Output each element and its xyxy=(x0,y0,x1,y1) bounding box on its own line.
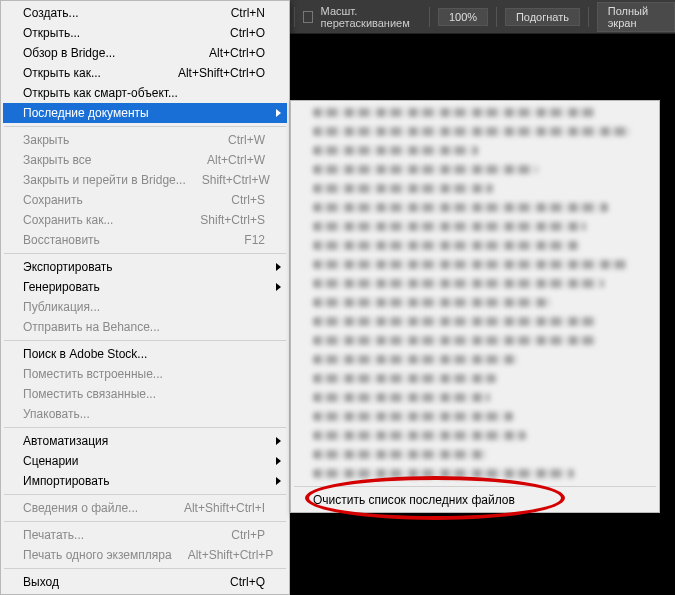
menu-item-label: Сценарии xyxy=(23,454,78,468)
menu-item-label: Поместить встроенные... xyxy=(23,367,163,381)
menu-item-label: Восстановить xyxy=(23,233,100,247)
zoom-field[interactable]: 100% xyxy=(438,8,488,26)
recent-file-item[interactable] xyxy=(293,217,657,236)
menu-item-label: Упаковать... xyxy=(23,407,90,421)
menu-item[interactable]: Открыть как смарт-объект... xyxy=(3,83,287,103)
recent-file-item[interactable] xyxy=(293,255,657,274)
menu-item[interactable]: Последние документы xyxy=(3,103,287,123)
menu-item[interactable]: Обзор в Bridge...Alt+Ctrl+O xyxy=(3,43,287,63)
menu-separator xyxy=(4,521,286,522)
menu-item-shortcut: Ctrl+W xyxy=(212,133,265,147)
menu-item[interactable]: Сценарии xyxy=(3,451,287,471)
menu-item-label: Открыть как смарт-объект... xyxy=(23,86,178,100)
menu-item[interactable]: Открыть как...Alt+Shift+Ctrl+O xyxy=(3,63,287,83)
recent-file-item[interactable] xyxy=(293,160,657,179)
menu-item-shortcut: Alt+Shift+Ctrl+P xyxy=(172,548,274,562)
recent-file-item[interactable] xyxy=(293,350,657,369)
menu-item-label: Печатать... xyxy=(23,528,84,542)
menu-item-shortcut: Ctrl+S xyxy=(215,193,265,207)
menu-item[interactable]: Автоматизация xyxy=(3,431,287,451)
menu-item-label: Открыть как... xyxy=(23,66,101,80)
menu-item: Печатать...Ctrl+P xyxy=(3,525,287,545)
clear-recent-files[interactable]: Очистить список последних файлов xyxy=(293,490,657,510)
menu-item: Поместить связанные... xyxy=(3,384,287,404)
recent-file-item[interactable] xyxy=(293,464,657,483)
menu-item-shortcut: Shift+Ctrl+S xyxy=(184,213,265,227)
recent-file-item[interactable] xyxy=(293,274,657,293)
menu-item-label: Сведения о файле... xyxy=(23,501,138,515)
file-menu[interactable]: Создать...Ctrl+NОткрыть...Ctrl+OОбзор в … xyxy=(0,0,290,595)
submenu-arrow-icon xyxy=(276,109,281,117)
menu-separator xyxy=(4,427,286,428)
menu-item-label: Сохранить xyxy=(23,193,83,207)
menu-item-shortcut: Ctrl+O xyxy=(214,26,265,40)
menu-item-label: Выход xyxy=(23,575,59,589)
recent-file-item[interactable] xyxy=(293,103,657,122)
menu-item: Упаковать... xyxy=(3,404,287,424)
toolbar-separator xyxy=(429,7,430,27)
clear-recent-files-label: Очистить список последних файлов xyxy=(313,493,515,507)
menu-item-shortcut: Alt+Ctrl+W xyxy=(191,153,265,167)
menu-item: ВосстановитьF12 xyxy=(3,230,287,250)
menu-item-label: Экспортировать xyxy=(23,260,113,274)
menu-item[interactable]: Создать...Ctrl+N xyxy=(3,3,287,23)
recent-file-item[interactable] xyxy=(293,369,657,388)
menu-item-label: Создать... xyxy=(23,6,79,20)
menu-item-label: Поместить связанные... xyxy=(23,387,156,401)
submenu-arrow-icon xyxy=(276,477,281,485)
menu-separator xyxy=(294,486,656,487)
drag-scale-label: Масшт. перетаскиванием xyxy=(321,5,422,29)
menu-item-shortcut: Ctrl+P xyxy=(215,528,265,542)
menu-item[interactable]: Генерировать xyxy=(3,277,287,297)
recent-file-item[interactable] xyxy=(293,179,657,198)
recent-file-item[interactable] xyxy=(293,141,657,160)
fit-button[interactable]: Подогнать xyxy=(505,8,580,26)
menu-item[interactable]: Импортировать xyxy=(3,471,287,491)
toolbar-separator xyxy=(496,7,497,27)
recent-file-item[interactable] xyxy=(293,312,657,331)
menu-item[interactable]: ВыходCtrl+Q xyxy=(3,572,287,592)
menu-item-label: Обзор в Bridge... xyxy=(23,46,115,60)
menu-item-label: Сохранить как... xyxy=(23,213,113,227)
menu-item-label: Отправить на Behance... xyxy=(23,320,160,334)
menu-item-shortcut: Alt+Shift+Ctrl+O xyxy=(162,66,265,80)
menu-separator xyxy=(4,340,286,341)
menu-item-shortcut: Shift+Ctrl+W xyxy=(186,173,270,187)
menu-item-label: Генерировать xyxy=(23,280,100,294)
menu-item[interactable]: Поиск в Adobe Stock... xyxy=(3,344,287,364)
menu-separator xyxy=(4,568,286,569)
recent-file-item[interactable] xyxy=(293,236,657,255)
recent-file-item[interactable] xyxy=(293,198,657,217)
recent-file-item[interactable] xyxy=(293,293,657,312)
submenu-arrow-icon xyxy=(276,263,281,271)
menu-item: ЗакрытьCtrl+W xyxy=(3,130,287,150)
fullscreen-button[interactable]: Полный экран xyxy=(597,2,675,32)
recent-file-item[interactable] xyxy=(293,426,657,445)
menu-item-label: Открыть... xyxy=(23,26,80,40)
recent-file-item[interactable] xyxy=(293,445,657,464)
menu-item: Закрыть и перейти в Bridge...Shift+Ctrl+… xyxy=(3,170,287,190)
recent-file-item[interactable] xyxy=(293,122,657,141)
recent-file-item[interactable] xyxy=(293,388,657,407)
menu-item[interactable]: Экспортировать xyxy=(3,257,287,277)
drag-scale-checkbox[interactable] xyxy=(303,11,313,23)
menu-item-shortcut: Alt+Ctrl+O xyxy=(193,46,265,60)
menu-item[interactable]: Открыть...Ctrl+O xyxy=(3,23,287,43)
menu-item-label: Печать одного экземпляра xyxy=(23,548,172,562)
menu-item-shortcut: F12 xyxy=(228,233,265,247)
menu-item-label: Публикация... xyxy=(23,300,100,314)
recent-documents-submenu[interactable]: Очистить список последних файлов xyxy=(290,100,660,513)
menu-item-label: Закрыть все xyxy=(23,153,91,167)
menu-item: Сохранить как...Shift+Ctrl+S xyxy=(3,210,287,230)
menu-item-shortcut: Ctrl+N xyxy=(215,6,265,20)
menu-item-shortcut: Alt+Shift+Ctrl+I xyxy=(168,501,265,515)
menu-item-label: Закрыть xyxy=(23,133,69,147)
toolbar-separator xyxy=(588,7,589,27)
recent-file-item[interactable] xyxy=(293,331,657,350)
recent-file-item[interactable] xyxy=(293,407,657,426)
menu-item-label: Поиск в Adobe Stock... xyxy=(23,347,147,361)
submenu-arrow-icon xyxy=(276,437,281,445)
menu-item: Отправить на Behance... xyxy=(3,317,287,337)
menu-item: СохранитьCtrl+S xyxy=(3,190,287,210)
menu-item-label: Закрыть и перейти в Bridge... xyxy=(23,173,186,187)
